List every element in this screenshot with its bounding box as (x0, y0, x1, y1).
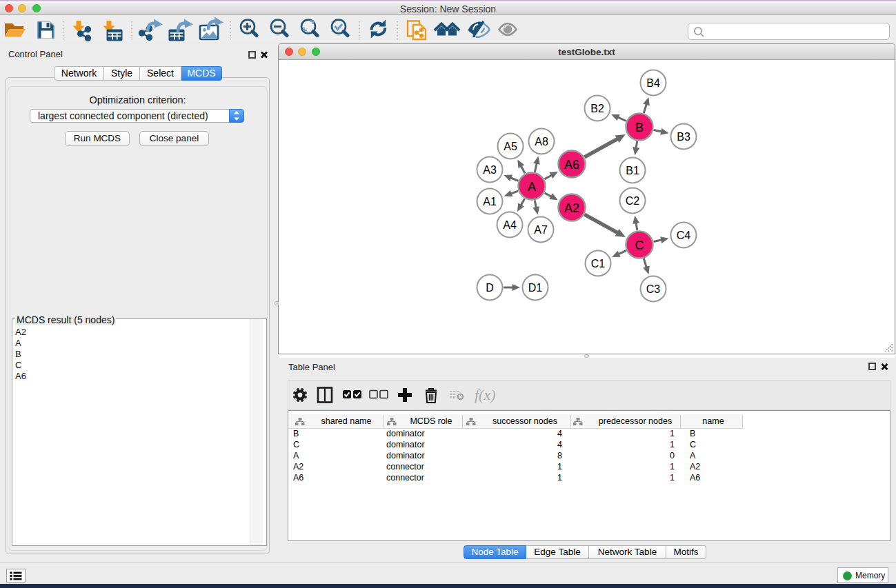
svg-text:A8: A8 (535, 136, 548, 148)
svg-text:B: B (635, 121, 644, 134)
svg-text:C4: C4 (677, 230, 691, 241)
svg-text:C: C (635, 239, 644, 252)
svg-text:A5: A5 (504, 141, 517, 152)
svg-text:A1: A1 (483, 196, 497, 207)
svg-text:B4: B4 (646, 77, 660, 89)
svg-text:D: D (486, 282, 494, 294)
svg-text:C3: C3 (646, 283, 661, 295)
svg-text:B1: B1 (626, 165, 639, 176)
svg-text:D1: D1 (528, 282, 543, 294)
svg-text:A6: A6 (564, 158, 579, 172)
svg-text:B2: B2 (590, 103, 604, 114)
svg-text:A: A (528, 180, 536, 194)
svg-text:f(x): f(x) (475, 386, 496, 403)
svg-text:C2: C2 (626, 195, 640, 207)
svg-text:A7: A7 (534, 224, 548, 236)
svg-text:A4: A4 (503, 219, 517, 231)
svg-text:A3: A3 (483, 164, 497, 176)
svg-text:A2: A2 (564, 201, 579, 215)
svg-text:C1: C1 (591, 258, 606, 270)
svg-text:B3: B3 (677, 131, 690, 143)
